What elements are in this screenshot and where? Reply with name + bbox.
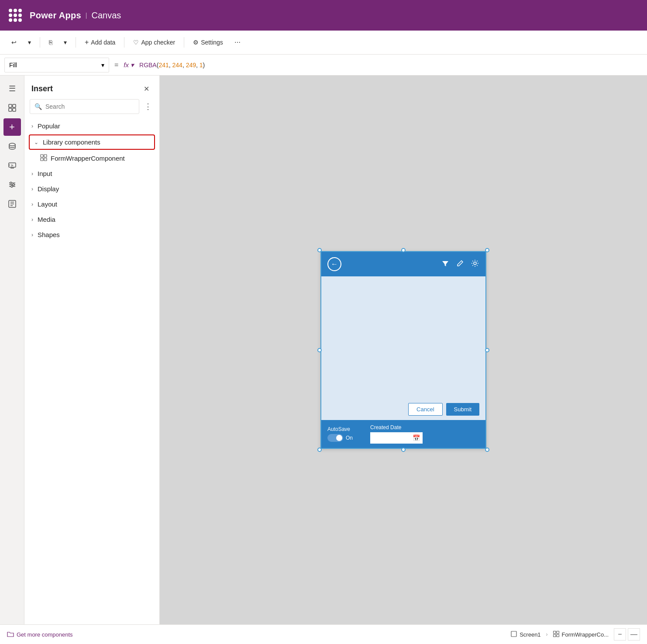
insert-item-display[interactable]: › Display bbox=[24, 181, 159, 196]
fx-label: fx bbox=[124, 61, 129, 69]
insert-item-media[interactable]: › Media bbox=[24, 212, 159, 227]
nav-vars-icon[interactable] bbox=[3, 195, 21, 213]
autosave-value: On bbox=[346, 435, 353, 441]
app-grid-icon[interactable] bbox=[9, 9, 22, 22]
insert-item-popular[interactable]: › Popular bbox=[24, 118, 159, 134]
formula-arg2: 244 bbox=[172, 62, 182, 69]
undo-button[interactable]: ↩ bbox=[7, 37, 21, 48]
formwrapper-label: FormWrapperComponent bbox=[51, 155, 125, 162]
zoom-line-button[interactable]: — bbox=[628, 628, 640, 641]
svg-rect-23 bbox=[553, 631, 556, 634]
edit-icon[interactable] bbox=[456, 259, 465, 270]
checker-icon: ♡ bbox=[133, 39, 139, 46]
formula-arg1: 241 bbox=[158, 62, 169, 69]
chevron-right-icon-input: › bbox=[31, 171, 33, 177]
chevron-right-icon-display: › bbox=[31, 186, 33, 192]
svg-rect-26 bbox=[557, 634, 559, 637]
zoom-minus-button[interactable]: − bbox=[614, 628, 626, 641]
close-icon: ✕ bbox=[144, 85, 149, 93]
back-arrow-icon: ← bbox=[331, 260, 338, 268]
add-icon: + bbox=[85, 38, 89, 46]
search-bar[interactable]: 🔍 bbox=[30, 99, 139, 114]
screen-label: Screen1 bbox=[520, 631, 540, 638]
toggle-knob bbox=[336, 435, 342, 441]
svg-point-11 bbox=[13, 184, 14, 186]
back-button[interactable]: ← bbox=[327, 257, 341, 271]
search-input[interactable] bbox=[45, 103, 134, 110]
fx-indicator[interactable]: fx ▾ bbox=[124, 61, 134, 69]
nav-media-icon[interactable] bbox=[3, 157, 21, 174]
insert-panel: Insert ✕ 🔍 ⋮ › Popular ⌄ bbox=[24, 76, 160, 624]
media-label: Media bbox=[38, 216, 55, 223]
components-folder-icon bbox=[7, 630, 14, 639]
status-left: Get more components bbox=[7, 630, 73, 639]
settings-gear-icon[interactable] bbox=[471, 259, 479, 270]
svg-rect-0 bbox=[9, 104, 12, 107]
undo-dropdown-button[interactable]: ▾ bbox=[24, 37, 35, 48]
more-button[interactable]: ⋯ bbox=[230, 37, 245, 48]
breadcrumb-screen[interactable]: Screen1 bbox=[511, 631, 540, 638]
popular-label: Popular bbox=[38, 122, 60, 130]
submit-button[interactable]: Submit bbox=[446, 403, 479, 416]
insert-item-layout[interactable]: › Layout bbox=[24, 196, 159, 212]
minus-icon: − bbox=[618, 630, 622, 638]
autosave-toggle[interactable] bbox=[327, 434, 343, 442]
settings-button[interactable]: ⚙ Settings bbox=[189, 37, 227, 48]
status-controls: − — bbox=[614, 628, 640, 641]
copy-button[interactable]: ⎘ bbox=[45, 37, 57, 48]
toolbar: ↩ ▾ ⎘ ▾ + Add data ♡ App checker ⚙ Setti… bbox=[0, 31, 647, 55]
nav-components-icon[interactable] bbox=[3, 99, 21, 117]
form-wrapper-component[interactable]: ← bbox=[320, 251, 486, 449]
toolbar-separator-4 bbox=[184, 37, 184, 48]
filter-icon[interactable] bbox=[441, 259, 450, 270]
nav-menu-icon[interactable]: ☰ bbox=[3, 80, 21, 97]
created-date-input[interactable]: 📅 bbox=[370, 432, 423, 444]
cancel-label: Cancel bbox=[416, 406, 434, 413]
calendar-icon: 📅 bbox=[413, 434, 420, 441]
canvas-area[interactable]: ← bbox=[160, 76, 647, 624]
add-data-button[interactable]: + Add data bbox=[80, 36, 120, 48]
formula-value[interactable]: RGBA(241, 244, 249, 1) bbox=[139, 62, 643, 69]
toolbar-separator-1 bbox=[40, 37, 40, 48]
left-nav: ☰ + bbox=[0, 76, 24, 624]
svg-rect-6 bbox=[9, 164, 10, 166]
get-components-link[interactable]: Get more components bbox=[7, 630, 73, 639]
property-selector[interactable]: Fill ▾ bbox=[4, 58, 109, 72]
undo-icon: ↩ bbox=[11, 39, 17, 46]
chevron-right-icon-layout: › bbox=[31, 201, 33, 207]
nav-insert-icon[interactable]: + bbox=[3, 118, 21, 136]
svg-rect-19 bbox=[41, 158, 43, 161]
nav-tools-icon[interactable] bbox=[3, 176, 21, 193]
svg-point-4 bbox=[9, 143, 15, 146]
app-checker-button[interactable]: ♡ App checker bbox=[129, 37, 179, 48]
toolbar-separator-2 bbox=[76, 37, 76, 48]
insert-item-library[interactable]: ⌄ Library components bbox=[30, 135, 154, 149]
library-label: Library components bbox=[43, 138, 100, 146]
panel-header: Insert ✕ bbox=[24, 76, 159, 99]
panel-more-button[interactable]: ⋮ bbox=[142, 100, 154, 113]
insert-item-input[interactable]: › Input bbox=[24, 166, 159, 181]
input-label: Input bbox=[38, 170, 52, 177]
search-icon: 🔍 bbox=[34, 103, 42, 110]
cancel-button[interactable]: Cancel bbox=[408, 403, 442, 416]
main-area: ☰ + bbox=[0, 76, 647, 624]
form-wrapper-container: ← bbox=[320, 251, 486, 449]
svg-rect-22 bbox=[511, 631, 516, 637]
top-bar: Power Apps | Canvas bbox=[0, 0, 647, 31]
insert-subitem-formwrapper[interactable]: FormWrapperComponent bbox=[24, 151, 159, 166]
breadcrumb-formwrapper[interactable]: FormWrapperCo... bbox=[553, 631, 609, 638]
more-vert-icon: ⋮ bbox=[144, 102, 152, 111]
settings-icon: ⚙ bbox=[193, 39, 199, 46]
undo-dropdown-icon: ▾ bbox=[28, 39, 31, 46]
insert-item-shapes[interactable]: › Shapes bbox=[24, 227, 159, 242]
panel-close-button[interactable]: ✕ bbox=[140, 83, 152, 95]
status-right: Screen1 › FormWrapperCo... − — bbox=[511, 628, 640, 641]
copy-icon: ⎘ bbox=[49, 39, 52, 46]
svg-rect-17 bbox=[41, 155, 43, 157]
copy-dropdown-button[interactable]: ▾ bbox=[59, 37, 71, 48]
submit-label: Submit bbox=[454, 406, 471, 413]
chevron-right-icon-shapes: › bbox=[31, 232, 33, 238]
line-icon: — bbox=[630, 630, 637, 638]
nav-data-icon[interactable] bbox=[3, 138, 21, 155]
add-data-label: Add data bbox=[91, 39, 115, 46]
